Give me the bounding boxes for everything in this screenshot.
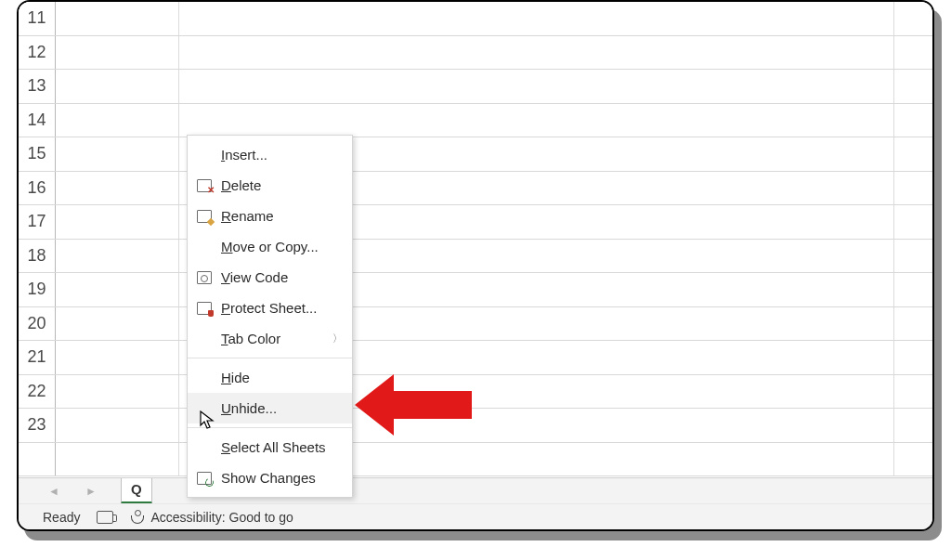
row-header[interactable]: 16 — [19, 172, 56, 205]
menu-insert[interactable]: Insert... — [188, 139, 352, 170]
sheet-context-menu: Insert... Delete Rename Move or Copy... … — [187, 135, 353, 498]
menu-tab-color[interactable]: Tab Color〉 — [188, 323, 352, 354]
menu-show-changes[interactable]: Show Changes — [188, 462, 352, 493]
accessibility-label: Accessibility: Good to go — [150, 510, 293, 525]
delete-icon — [195, 177, 214, 194]
next-sheet-button[interactable]: ► — [84, 484, 98, 499]
row-header[interactable]: 11 — [19, 2, 56, 35]
prev-sheet-button[interactable]: ◄ — [46, 484, 61, 499]
row-header[interactable]: 20 — [19, 307, 56, 341]
menu-hide[interactable]: Hide — [188, 362, 352, 393]
menu-delete[interactable]: Delete — [188, 170, 352, 201]
chevron-right-icon: 〉 — [332, 332, 343, 345]
menu-move-copy[interactable]: Move or Copy... — [188, 231, 352, 262]
row-header[interactable]: 23 — [19, 409, 56, 442]
rename-icon — [195, 208, 214, 225]
status-ready: Ready — [43, 510, 80, 525]
row-header[interactable]: 18 — [19, 240, 56, 273]
row-header[interactable]: 13 — [19, 70, 56, 103]
sheet-tab-strip: ◄ ► Q — [19, 477, 932, 503]
spreadsheet-grid[interactable]: 11 12 13 14 15 16 17 18 19 20 21 22 23 — [19, 2, 932, 462]
menu-view-code[interactable]: View Code — [188, 262, 352, 293]
row-header[interactable]: 17 — [19, 205, 56, 239]
row-header[interactable]: 19 — [19, 273, 56, 306]
row-header[interactable]: 21 — [19, 341, 56, 374]
cursor-icon — [200, 410, 216, 431]
menu-protect-sheet[interactable]: Protect Sheet... — [188, 293, 352, 323]
svg-marker-0 — [355, 374, 472, 436]
row-header[interactable]: 15 — [19, 137, 56, 171]
annotation-arrow-icon — [355, 371, 472, 439]
menu-select-all-sheets[interactable]: Select All Sheets — [188, 432, 352, 462]
view-code-icon — [195, 269, 214, 286]
sheet-tab[interactable]: Q — [121, 478, 152, 504]
menu-separator — [188, 358, 352, 358]
macro-record-icon[interactable] — [97, 511, 113, 524]
menu-rename[interactable]: Rename — [188, 201, 352, 231]
row-header[interactable]: 12 — [19, 36, 56, 70]
show-changes-icon — [195, 470, 214, 487]
status-bar: Ready Accessibility: Good to go — [19, 503, 932, 529]
accessibility-status[interactable]: Accessibility: Good to go — [130, 510, 293, 525]
row-header[interactable]: 14 — [19, 104, 56, 137]
row-header[interactable] — [19, 443, 56, 476]
row-header[interactable]: 22 — [19, 375, 56, 409]
protect-sheet-icon — [195, 300, 214, 317]
